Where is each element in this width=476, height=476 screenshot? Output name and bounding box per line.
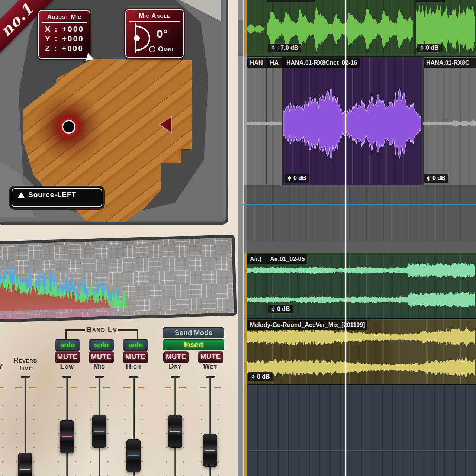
insert-button[interactable]: Insert (163, 339, 224, 350)
mic-dot-core (62, 120, 75, 134)
channel-label-mid: Mid (88, 362, 110, 370)
app-root: no.1 Adjust Mic X :+000 Y :+000 Z :+000 … (0, 0, 476, 476)
channel-label-high: High (121, 362, 146, 370)
gain-badge[interactable]: 0 dB (248, 372, 273, 381)
channel-label-partial: Y (0, 362, 4, 370)
fader-cap[interactable] (92, 415, 106, 448)
mic-angle-value[interactable]: 0° (157, 28, 168, 40)
spectrum-analyzer (0, 235, 237, 322)
fader-mid[interactable] (83, 374, 116, 476)
adjust-mic-title: Adjust Mic (42, 13, 87, 23)
gain-icon (271, 306, 275, 312)
solo-button-mid[interactable]: solo (89, 339, 114, 351)
clip-label[interactable]: HANA.01-RX8Cnct_02-16 (284, 58, 360, 68)
x-axis-label: X : (45, 25, 58, 33)
mic-position-dot[interactable] (57, 115, 81, 139)
channel-label-dry: Dry (164, 362, 186, 370)
fader-wet[interactable] (193, 374, 227, 476)
clip-label[interactable]: HANA.01-RX8C (424, 58, 476, 68)
gain-icon (420, 45, 424, 51)
gain-badge[interactable]: 0 dB (417, 44, 442, 52)
band-lv-label: Band Lv (84, 325, 119, 334)
mute-button-wet[interactable]: MUTE (198, 351, 223, 363)
channel-label-low: Low (56, 362, 78, 370)
adjust-mic-panel: Adjust Mic X :+000 Y :+000 Z :+000 (38, 10, 90, 59)
playhead[interactable] (345, 0, 346, 476)
waveforms (238, 0, 476, 476)
fader-reverb-time[interactable] (9, 374, 42, 476)
omni-label: Omni (158, 45, 174, 53)
mute-button-mid[interactable]: MUTE (89, 351, 114, 363)
stage-panel: no.1 Adjust Mic X :+000 Y :+000 Z :+000 … (0, 0, 228, 225)
source-up-triangle-icon (18, 192, 25, 198)
clip-label[interactable]: Air.01_02-05 (267, 254, 307, 264)
mic-cardioid-icon[interactable] (132, 23, 151, 54)
gain-icon (288, 175, 291, 181)
mute-button-high[interactable]: MUTE (123, 351, 148, 363)
band-lv-bracket-left (65, 329, 85, 340)
y-axis-label: Y : (45, 34, 58, 43)
solo-button-low[interactable]: solo (55, 339, 80, 351)
gain-badge[interactable]: +7.0 dB (268, 44, 301, 52)
mute-button-low[interactable]: MUTE (55, 351, 80, 363)
band-lv-bracket-right (118, 329, 138, 340)
z-axis-value[interactable]: +000 (62, 44, 84, 53)
omni-radio[interactable] (149, 46, 155, 52)
fader-high[interactable] (117, 374, 150, 476)
gain-badge[interactable]: 0 dB (424, 174, 448, 183)
fader-low[interactable] (50, 374, 84, 476)
send-mode-button[interactable]: Send Mode (163, 327, 224, 338)
gain-icon (251, 374, 255, 380)
spectrum-pink-glow (0, 297, 114, 319)
solo-button-high[interactable]: solo (123, 339, 148, 351)
gain-icon (427, 175, 430, 181)
gain-icon (271, 45, 275, 51)
fader-cap[interactable] (168, 415, 182, 448)
arrangement-panel: HAN HA HANA.01-RX8Cnct_02-16 HANA.01-RX8… (238, 0, 476, 476)
clip-label[interactable]: Melody-Go-Round_AccVer_Mix_[201109] (247, 320, 367, 330)
source-pointer-triangle[interactable] (157, 115, 174, 135)
gain-badge[interactable]: 0 dB (268, 305, 293, 313)
fader-cap[interactable] (203, 434, 217, 467)
source-label: Source-LEFT (28, 191, 76, 199)
x-axis-value[interactable]: +000 (62, 25, 84, 33)
gain-badge[interactable]: 0 dB (285, 174, 309, 183)
fader-dry[interactable] (158, 374, 192, 476)
mic-angle-panel: Mic Angle 0° Omni (125, 9, 184, 58)
channel-label-reverb-time: Reverb Time (7, 356, 44, 372)
mic-angle-title: Mic Angle (129, 12, 180, 22)
y-axis-value[interactable]: +000 (62, 34, 84, 43)
fader-cap[interactable] (126, 439, 141, 472)
mute-button-dry[interactable]: MUTE (163, 351, 189, 363)
plugin-panel: no.1 Adjust Mic X :+000 Y :+000 Z :+000 … (0, 0, 238, 476)
fader-cap[interactable] (60, 420, 74, 453)
z-axis-label: Z : (45, 44, 58, 53)
fader-cap[interactable] (18, 453, 32, 476)
source-selector[interactable]: Source-LEFT (10, 187, 103, 208)
channel-label-wet: Wet (199, 362, 221, 370)
